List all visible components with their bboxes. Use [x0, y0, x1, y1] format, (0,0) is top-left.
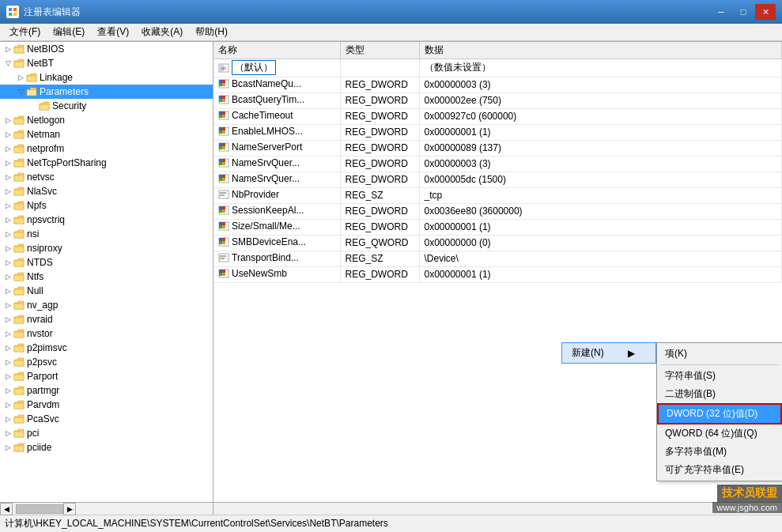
right-hscroll[interactable]	[213, 502, 782, 515]
close-button[interactable]: ✕	[755, 4, 776, 20]
expand-icon-netbios[interactable]: ▷	[3, 44, 13, 54]
tree-item-nvraid[interactable]: ▷ nvraid	[0, 312, 213, 326]
expand-icon-netman[interactable]: ▷	[3, 130, 13, 139]
expand-icon-nvraid[interactable]: ▷	[3, 315, 13, 324]
table-row[interactable]: CacheTimeout REG_DWORD 0x000927c0 (60000…	[213, 108, 782, 124]
expand-icon-nv-agp[interactable]: ▷	[3, 300, 13, 310]
table-row[interactable]: EnableLMHOS... REG_DWORD 0x00000001 (1)	[213, 124, 782, 140]
hscroll-left-btn[interactable]: ◀	[0, 503, 13, 515]
tree-item-pciide[interactable]: ▷ pciide	[0, 440, 213, 455]
table-row[interactable]: SMBDeviceEna... REG_QWORD 0x00000000 (0)	[213, 235, 782, 251]
expand-icon-p2psvc[interactable]: ▷	[3, 357, 13, 367]
ctx-item-dword[interactable]: DWORD (32 位)值(D)	[657, 403, 782, 424]
tree-item-npsvctriq[interactable]: ▷ npsvctriq	[0, 213, 213, 227]
tree-item-pci[interactable]: ▷ pci	[0, 426, 213, 440]
tree-item-netprofm[interactable]: ▷ netprofm	[0, 141, 213, 156]
minimize-button[interactable]: ─	[711, 4, 731, 20]
folder-icon-ntfs	[13, 271, 25, 282]
folder-icon-nsiproxy	[13, 243, 25, 254]
expand-icon-nlasvc[interactable]: ▷	[3, 187, 13, 196]
table-row[interactable]: SessionKeepAl... REG_DWORD 0x0036ee80 (3…	[213, 203, 782, 219]
expand-icon-p2pimsvc[interactable]: ▷	[3, 343, 13, 353]
expand-icon-pcasvc[interactable]: ▷	[3, 414, 13, 424]
tree-item-partmgr[interactable]: ▷ partmgr	[0, 383, 213, 398]
tree-item-p2pimsvc[interactable]: ▷ p2pimsvc	[0, 341, 213, 355]
tree-item-netbt[interactable]: ▽ NetBT	[0, 56, 213, 70]
expand-icon-partmgr[interactable]: ▷	[3, 386, 13, 395]
hscroll-thumb[interactable]	[16, 504, 63, 514]
tree-item-npfs[interactable]: ▷ Npfs	[0, 198, 213, 213]
expand-icon-npfs[interactable]: ▷	[3, 201, 13, 210]
expand-icon-pciide[interactable]: ▷	[3, 443, 13, 452]
tree-item-parport[interactable]: ▷ Parport	[0, 369, 213, 383]
table-row[interactable]: Size/Small/Me... REG_DWORD 0x00000001 (1…	[213, 219, 782, 235]
ctx-item-qword[interactable]: QWORD (64 位)值(Q)	[657, 424, 782, 443]
menu-favorites[interactable]: 收藏夹(A)	[135, 24, 189, 40]
folder-icon-netvsc	[13, 172, 25, 183]
expand-icon-parameters[interactable]: ▽	[16, 87, 25, 96]
expand-icon-nvstor[interactable]: ▷	[3, 329, 13, 338]
tree-item-netvsc[interactable]: ▷ netvsc	[0, 170, 213, 184]
table-row[interactable]: UseNewSmb REG_DWORD 0x00000001 (1)	[213, 266, 782, 282]
expand-icon-ntds[interactable]: ▷	[3, 258, 13, 267]
tree-item-pcasvc[interactable]: ▷ PcaSvc	[0, 412, 213, 426]
tree-item-netlogon[interactable]: ▷ Netlogon	[0, 113, 213, 127]
expand-icon-ntfs[interactable]: ▷	[3, 272, 13, 281]
ctx-item-expand[interactable]: 可扩充字符串值(E)	[657, 461, 782, 479]
expand-icon-parport[interactable]: ▷	[3, 372, 13, 381]
tree-item-nlasvc[interactable]: ▷ NlaSvc	[0, 184, 213, 198]
tree-item-ntfs[interactable]: ▷ Ntfs	[0, 270, 213, 284]
expand-icon-npsvctriq[interactable]: ▷	[3, 215, 13, 224]
tree-item-netman[interactable]: ▷ Netman	[0, 127, 213, 141]
expand-icon-nsi[interactable]: ▷	[3, 229, 13, 239]
menu-view[interactable]: 查看(V)	[91, 24, 135, 40]
table-row[interactable]: ab （默认） （数值未设置）	[213, 59, 782, 77]
tree-item-nvstor[interactable]: ▷ nvstor	[0, 326, 213, 341]
ctx-item-string[interactable]: 字符串值(S)	[657, 367, 782, 385]
ctx-item-binary[interactable]: 二进制值(B)	[657, 385, 782, 403]
new-menu-trigger[interactable]: 新建(N) ▶	[561, 342, 656, 364]
table-row[interactable]: NameSrvQuer... REG_DWORD 0x00000003 (3)	[213, 156, 782, 172]
tree-hscroll[interactable]: ◀ ▶	[0, 502, 213, 515]
tree-item-nsiproxy[interactable]: ▷ nsiproxy	[0, 241, 213, 255]
tree-item-parameters[interactable]: ▽ Parameters	[0, 85, 213, 99]
expand-icon-netbt[interactable]: ▽	[3, 58, 13, 68]
tree-item-parvdm[interactable]: ▷ Parvdm	[0, 398, 213, 412]
table-row[interactable]: TransportBind... REG_SZ \Device\	[213, 251, 782, 266]
ctx-item-multi[interactable]: 多字符串值(M)	[657, 443, 782, 461]
expand-icon-netvsc[interactable]: ▷	[3, 172, 13, 182]
tree-item-nsi[interactable]: ▷ nsi	[0, 227, 213, 241]
tree-item-linkage[interactable]: ▷ Linkage	[0, 70, 213, 85]
expand-icon-null[interactable]: ▷	[3, 286, 13, 296]
expand-icon-pci[interactable]: ▷	[3, 428, 13, 438]
expand-icon-linkage[interactable]: ▷	[16, 73, 25, 82]
tree-item-netbios[interactable]: ▷ NetBIOS	[0, 42, 213, 56]
svg-rect-8	[219, 80, 222, 83]
menu-file[interactable]: 文件(F)	[3, 24, 47, 40]
tree-item-security[interactable]: ▷ Security	[0, 99, 213, 113]
expand-icon-parvdm[interactable]: ▷	[3, 400, 13, 409]
folder-icon-npfs	[13, 200, 25, 211]
menu-edit[interactable]: 编辑(E)	[47, 24, 91, 40]
expand-icon-netlogon[interactable]: ▷	[3, 115, 13, 125]
table-row[interactable]: BcastQueryTim... REG_DWORD 0x000002ee (7…	[213, 92, 782, 108]
svg-rect-11	[222, 83, 225, 86]
table-row[interactable]: NameServerPort REG_DWORD 0x00000089 (137…	[213, 140, 782, 156]
tree-item-p2psvc[interactable]: ▷ p2psvc	[0, 355, 213, 369]
expand-icon-nsiproxy[interactable]: ▷	[3, 243, 13, 253]
expand-icon-nettcpportsharing[interactable]: ▷	[3, 158, 13, 168]
tree-item-ntds[interactable]: ▷ NTDS	[0, 255, 213, 270]
svg-rect-38	[219, 175, 222, 178]
tree-item-nettcpportsharing[interactable]: ▷ NetTcpPortSharing	[0, 156, 213, 170]
ctx-item-k[interactable]: 项(K)	[657, 345, 782, 363]
expand-icon-netprofm[interactable]: ▷	[3, 144, 13, 153]
tree-item-null[interactable]: ▷ Null	[0, 284, 213, 298]
tree-item-nv-agp[interactable]: ▷ nv_agp	[0, 298, 213, 312]
maximize-button[interactable]: □	[733, 4, 754, 20]
folder-icon-p2psvc	[13, 357, 25, 368]
table-row[interactable]: NbProvider REG_SZ _tcp	[213, 187, 782, 203]
table-row[interactable]: BcastNameQu... REG_DWORD 0x00000003 (3)	[213, 77, 782, 92]
table-row[interactable]: NameSrvQuer... REG_DWORD 0x000005dc (150…	[213, 172, 782, 187]
hscroll-right-btn[interactable]: ▶	[63, 503, 76, 515]
menu-help[interactable]: 帮助(H)	[189, 24, 234, 40]
